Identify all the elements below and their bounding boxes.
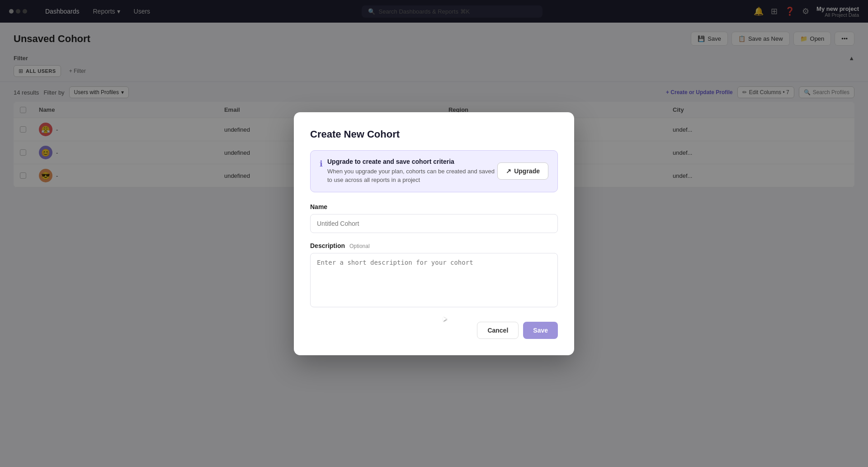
optional-label: Optional [349, 243, 370, 249]
cohort-description-input[interactable] [310, 253, 558, 307]
upgrade-button[interactable]: ↗ Upgrade [497, 162, 548, 180]
external-link-icon: ↗ [506, 167, 511, 175]
modal-title: Create New Cohort [310, 129, 558, 140]
upgrade-banner-left: ℹ Upgrade to create and save cohort crit… [320, 158, 497, 185]
info-icon: ℹ [320, 159, 323, 169]
upgrade-title: Upgrade to create and save cohort criter… [327, 158, 497, 165]
name-label: Name [310, 203, 558, 210]
save-cohort-button[interactable]: Save [523, 322, 558, 339]
modal-overlay: Create New Cohort ℹ Upgrade to create an… [0, 0, 868, 467]
upgrade-text: Upgrade to create and save cohort criter… [327, 158, 497, 185]
create-cohort-modal: Create New Cohort ℹ Upgrade to create an… [294, 112, 574, 355]
cohort-name-input[interactable] [310, 214, 558, 233]
upgrade-body: When you upgrade your plan, cohorts can … [327, 167, 497, 185]
upgrade-banner: ℹ Upgrade to create and save cohort crit… [310, 150, 558, 192]
modal-actions: Cancel Save [310, 322, 558, 339]
cancel-button[interactable]: Cancel [477, 322, 519, 339]
description-label: Description Optional [310, 242, 558, 249]
